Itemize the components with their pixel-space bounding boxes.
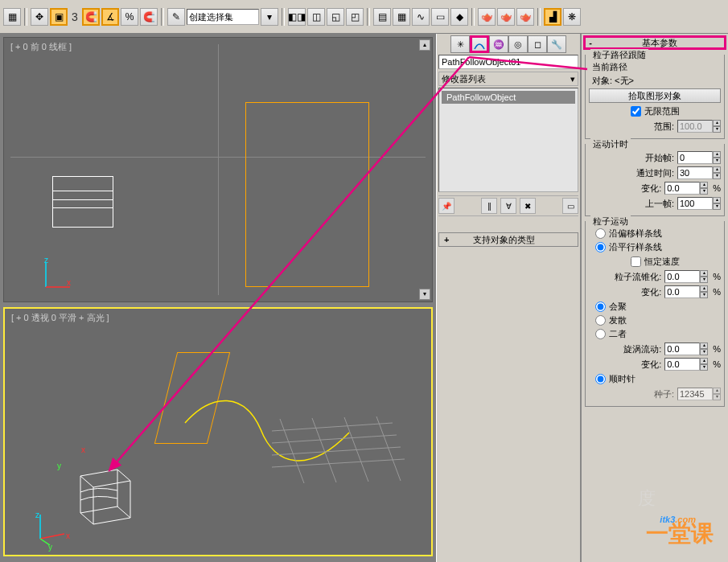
tool-btn-angle-active[interactable]: ∡ (101, 8, 119, 26)
unlimited-range-label: 无限范围 (644, 105, 680, 117)
seed-spinner[interactable]: ▴▾ (677, 388, 721, 400)
variation-label: 变化: (641, 183, 661, 195)
radio-clockwise[interactable] (595, 374, 606, 384)
modifier-stack[interactable]: PathFollowObject (438, 88, 578, 192)
rollout-supported-types[interactable]: + 支持对象的类型 (438, 232, 578, 247)
spacewarp-cube (72, 460, 145, 540)
tool-btn-render3[interactable]: 🫖 (516, 8, 534, 26)
make-unique-icon[interactable]: ∀ (500, 198, 516, 214)
viewport-front[interactable]: [ + 0 前 0 线框 ] z x ▴ ▾ (3, 37, 433, 302)
radio-diverge[interactable] (595, 315, 606, 326)
scroll-up[interactable]: ▴ (419, 39, 430, 51)
pick-shape-button[interactable]: 拾取图形对象 (589, 88, 721, 103)
taper-label: 粒子流锥化: (615, 271, 661, 283)
range-spinner: ▴▾ (677, 120, 721, 133)
radio-offset-spline[interactable] (595, 228, 606, 239)
modifier-list-dropdown[interactable]: 修改器列表 ▾ (438, 72, 578, 86)
scroll-down[interactable]: ▾ (419, 289, 430, 300)
axis-x: x (66, 531, 70, 540)
tab-utilities-icon[interactable]: 🔧 (547, 35, 566, 53)
constant-speed-label: 恒定速度 (644, 256, 680, 268)
radio-converge[interactable] (595, 302, 606, 312)
radio-both-label: 二者 (609, 328, 627, 340)
svg-line-15 (80, 513, 93, 524)
tab-motion-icon[interactable]: ◎ (508, 35, 528, 53)
tool-btn-podium[interactable]: ▟ (544, 8, 561, 26)
num-display: 3 (69, 10, 80, 23)
swirl-spinner[interactable]: ▴▾ (664, 343, 708, 355)
variation2-spinner[interactable]: ▴▾ (664, 285, 708, 298)
pin-stack-icon[interactable]: 📌 (438, 198, 454, 214)
group-motion: 粒子运动 沿偏移样条线 沿平行样条线 恒定速度 粒子流锥化: ▴▾ % 变化: … (585, 221, 725, 407)
unlimited-range-checkbox[interactable] (631, 106, 641, 117)
tool-btn-align3[interactable]: ◰ (346, 8, 364, 26)
tool-btn-mat[interactable]: ◆ (450, 8, 468, 26)
variation-spinner[interactable]: ▴▾ (664, 182, 708, 195)
tool-btn-render1[interactable]: 🫖 (478, 8, 496, 26)
tool-btn-schematic[interactable]: ▦ (393, 8, 410, 26)
rollout-toggle-icon: + (444, 235, 449, 244)
configure-sets-icon[interactable]: ▭ (562, 198, 578, 214)
viewport-perspective[interactable]: [ + 0 透视 0 平滑 + 高光 ] (3, 307, 433, 556)
radio-converge-label: 会聚 (609, 301, 627, 313)
tool-btn-snap-active[interactable]: 🧲 (82, 8, 100, 26)
tool-btn-mirror[interactable]: ◧◨ (288, 8, 306, 26)
taper-spinner[interactable]: ▴▾ (664, 270, 708, 283)
tool-btn-1[interactable]: ▦ (3, 8, 21, 26)
tool-btn-particles[interactable]: ❋ (563, 8, 581, 26)
tool-btn-align2[interactable]: ◱ (327, 8, 344, 26)
svg-line-5 (272, 459, 405, 467)
variation3-spinner[interactable]: ▴▾ (664, 358, 708, 371)
rollout-title: 支持对象的类型 (473, 234, 535, 246)
svg-line-6 (280, 419, 304, 483)
separator (161, 8, 164, 26)
last-frame-spinner[interactable]: ▴▾ (677, 197, 721, 210)
rollout-toggle-icon: - (586, 38, 595, 47)
tool-btn-snap2[interactable]: 🧲 (140, 8, 158, 26)
rollout-basic-params[interactable]: - 基本参数 (583, 35, 726, 50)
percent-unit: % (713, 272, 721, 281)
separator (282, 8, 285, 26)
separator (537, 8, 541, 26)
remove-mod-icon[interactable]: ✖ (520, 198, 536, 214)
percent-unit: % (713, 183, 721, 193)
group-legend: 运动计时 (590, 138, 631, 150)
radio-both[interactable] (595, 329, 606, 339)
tab-modify-icon[interactable] (470, 35, 489, 53)
percent-unit: % (713, 359, 721, 369)
object-name-field[interactable] (438, 55, 578, 69)
current-path-label: 当前路径 (592, 61, 718, 73)
axis-x: x (81, 445, 85, 454)
selection-set-dropdown[interactable]: 创建选择集 (187, 9, 259, 25)
tool-btn-pivot[interactable]: ✥ (31, 8, 48, 26)
tab-display-icon[interactable]: ◻ (528, 35, 547, 53)
dropdown-arrow-icon: ▾ (570, 72, 575, 85)
tool-btn-move-active[interactable]: ▣ (50, 8, 68, 26)
tool-btn-edit[interactable]: ✎ (167, 8, 185, 26)
group-legend: 粒子运动 (590, 215, 631, 228)
group-path-follow: 粒子路径跟随 当前路径 对象: <无> 拾取图形对象 无限范围 范围: ▴▾ (585, 55, 725, 139)
start-frame-spinner[interactable]: ▴▾ (677, 151, 721, 164)
modifier-item[interactable]: PathFollowObject (442, 91, 575, 104)
top-toolbar: ▦ ✥ ▣ 3 🧲 ∡ % 🧲 ✎ 创建选择集 ▾ ◧◨ ◫ ◱ ◰ ▤ ▦ ∿… (0, 0, 728, 34)
swirl-label: 旋涡流动: (623, 343, 661, 355)
travel-time-spinner[interactable]: ▴▾ (677, 166, 721, 179)
tool-btn-layers[interactable]: ▤ (373, 8, 391, 26)
tool-btn-sheet[interactable]: ▭ (431, 8, 449, 26)
range-label: 范围: (654, 121, 674, 133)
tool-btn-curve[interactable]: ∿ (412, 8, 430, 26)
constant-speed-checkbox[interactable] (631, 256, 641, 267)
tool-btn-percent[interactable]: % (121, 8, 138, 26)
radio-diverge-label: 发散 (609, 314, 627, 326)
tool-btn-dd[interactable]: ▾ (261, 8, 278, 26)
modifier-panel: ✳ ♒ ◎ ◻ 🔧 修改器列表 ▾ PathFollowObject 📌 ‖ ∀… (436, 34, 581, 562)
radio-parallel-spline[interactable] (595, 242, 606, 252)
percent-unit: % (713, 344, 721, 354)
seed-label: 种子: (654, 388, 674, 400)
show-end-result-icon[interactable]: ‖ (481, 198, 497, 214)
tool-btn-align[interactable]: ◫ (307, 8, 325, 26)
modifier-list-label: 修改器列表 (442, 72, 486, 85)
tab-create-icon[interactable]: ✳ (450, 35, 470, 53)
tab-hierarchy-icon[interactable]: ♒ (489, 35, 508, 53)
tool-btn-render2[interactable]: 🫖 (497, 8, 515, 26)
